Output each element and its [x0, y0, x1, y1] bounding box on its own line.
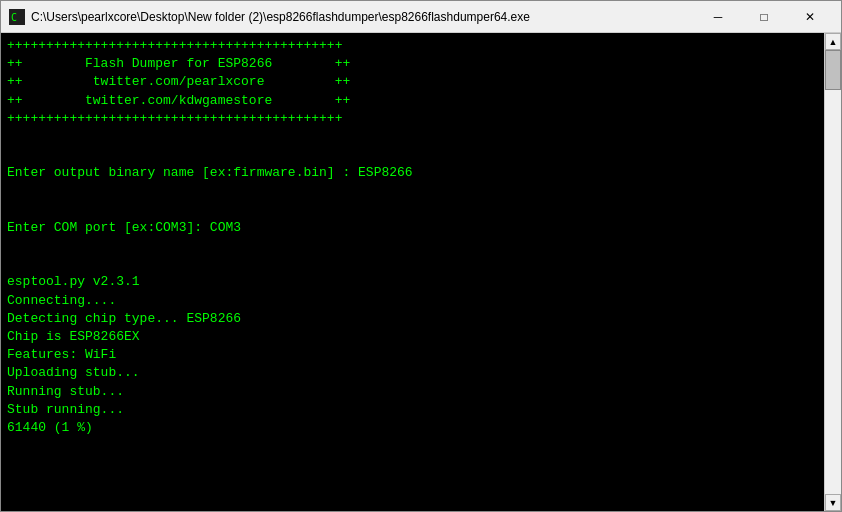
terminal-area: ++++++++++++++++++++++++++++++++++++++++… — [1, 33, 841, 511]
app-icon: C — [9, 9, 25, 25]
minimize-button[interactable]: ─ — [695, 1, 741, 33]
window-controls: ─ □ ✕ — [695, 1, 833, 33]
titlebar: C C:\Users\pearlxcore\Desktop\New folder… — [1, 1, 841, 33]
maximize-button[interactable]: □ — [741, 1, 787, 33]
svg-text:C: C — [11, 12, 17, 23]
main-window: C C:\Users\pearlxcore\Desktop\New folder… — [0, 0, 842, 512]
scroll-track[interactable] — [825, 50, 841, 494]
close-button[interactable]: ✕ — [787, 1, 833, 33]
scroll-thumb[interactable] — [825, 50, 841, 90]
scrollbar: ▲ ▼ — [824, 33, 841, 511]
terminal-output[interactable]: ++++++++++++++++++++++++++++++++++++++++… — [1, 33, 824, 511]
scroll-up-button[interactable]: ▲ — [825, 33, 841, 50]
scroll-down-button[interactable]: ▼ — [825, 494, 841, 511]
window-title: C:\Users\pearlxcore\Desktop\New folder (… — [31, 10, 687, 24]
